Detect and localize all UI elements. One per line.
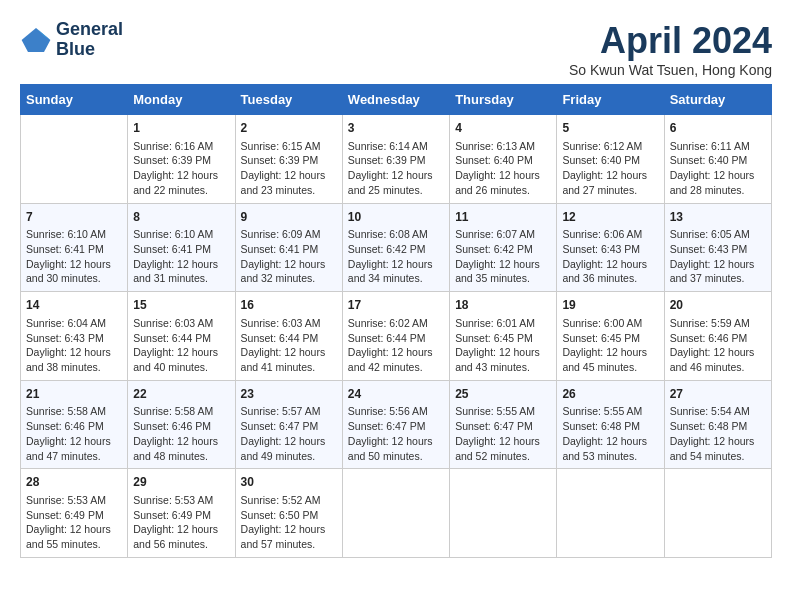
title-block: April 2024 So Kwun Wat Tsuen, Hong Kong (569, 20, 772, 78)
day-number: 29 (133, 474, 229, 491)
day-number: 11 (455, 209, 551, 226)
calendar-cell: 19Sunrise: 6:00 AM Sunset: 6:45 PM Dayli… (557, 292, 664, 381)
day-number: 8 (133, 209, 229, 226)
weekday-header-sunday: Sunday (21, 85, 128, 115)
day-info: Sunrise: 6:00 AM Sunset: 6:45 PM Dayligh… (562, 316, 658, 375)
day-info: Sunrise: 6:08 AM Sunset: 6:42 PM Dayligh… (348, 227, 444, 286)
calendar-cell (342, 469, 449, 558)
week-row-1: 1Sunrise: 6:16 AM Sunset: 6:39 PM Daylig… (21, 115, 772, 204)
day-number: 24 (348, 386, 444, 403)
day-number: 15 (133, 297, 229, 314)
day-number: 25 (455, 386, 551, 403)
day-number: 16 (241, 297, 337, 314)
weekday-header-wednesday: Wednesday (342, 85, 449, 115)
day-info: Sunrise: 6:07 AM Sunset: 6:42 PM Dayligh… (455, 227, 551, 286)
calendar-cell: 28Sunrise: 5:53 AM Sunset: 6:49 PM Dayli… (21, 469, 128, 558)
logo: General Blue (20, 20, 123, 60)
day-info: Sunrise: 5:56 AM Sunset: 6:47 PM Dayligh… (348, 404, 444, 463)
day-info: Sunrise: 6:01 AM Sunset: 6:45 PM Dayligh… (455, 316, 551, 375)
calendar-cell: 4Sunrise: 6:13 AM Sunset: 6:40 PM Daylig… (450, 115, 557, 204)
calendar-cell: 20Sunrise: 5:59 AM Sunset: 6:46 PM Dayli… (664, 292, 771, 381)
month-title: April 2024 (569, 20, 772, 62)
week-row-2: 7Sunrise: 6:10 AM Sunset: 6:41 PM Daylig… (21, 203, 772, 292)
day-info: Sunrise: 6:02 AM Sunset: 6:44 PM Dayligh… (348, 316, 444, 375)
day-number: 9 (241, 209, 337, 226)
calendar-cell: 22Sunrise: 5:58 AM Sunset: 6:46 PM Dayli… (128, 380, 235, 469)
calendar-cell (450, 469, 557, 558)
day-info: Sunrise: 6:06 AM Sunset: 6:43 PM Dayligh… (562, 227, 658, 286)
logo-text: General Blue (56, 20, 123, 60)
calendar-cell (557, 469, 664, 558)
day-info: Sunrise: 5:55 AM Sunset: 6:48 PM Dayligh… (562, 404, 658, 463)
day-info: Sunrise: 6:04 AM Sunset: 6:43 PM Dayligh… (26, 316, 122, 375)
day-info: Sunrise: 6:11 AM Sunset: 6:40 PM Dayligh… (670, 139, 766, 198)
calendar-cell: 8Sunrise: 6:10 AM Sunset: 6:41 PM Daylig… (128, 203, 235, 292)
day-number: 10 (348, 209, 444, 226)
weekday-header-thursday: Thursday (450, 85, 557, 115)
day-info: Sunrise: 5:59 AM Sunset: 6:46 PM Dayligh… (670, 316, 766, 375)
location-subtitle: So Kwun Wat Tsuen, Hong Kong (569, 62, 772, 78)
day-number: 2 (241, 120, 337, 137)
day-number: 14 (26, 297, 122, 314)
day-info: Sunrise: 6:10 AM Sunset: 6:41 PM Dayligh… (133, 227, 229, 286)
week-row-5: 28Sunrise: 5:53 AM Sunset: 6:49 PM Dayli… (21, 469, 772, 558)
calendar-cell: 21Sunrise: 5:58 AM Sunset: 6:46 PM Dayli… (21, 380, 128, 469)
weekday-header-friday: Friday (557, 85, 664, 115)
calendar-cell: 3Sunrise: 6:14 AM Sunset: 6:39 PM Daylig… (342, 115, 449, 204)
calendar-cell: 24Sunrise: 5:56 AM Sunset: 6:47 PM Dayli… (342, 380, 449, 469)
calendar-cell: 1Sunrise: 6:16 AM Sunset: 6:39 PM Daylig… (128, 115, 235, 204)
day-number: 17 (348, 297, 444, 314)
calendar-cell: 14Sunrise: 6:04 AM Sunset: 6:43 PM Dayli… (21, 292, 128, 381)
day-info: Sunrise: 5:53 AM Sunset: 6:49 PM Dayligh… (26, 493, 122, 552)
day-info: Sunrise: 5:53 AM Sunset: 6:49 PM Dayligh… (133, 493, 229, 552)
calendar-cell: 12Sunrise: 6:06 AM Sunset: 6:43 PM Dayli… (557, 203, 664, 292)
day-number: 22 (133, 386, 229, 403)
day-info: Sunrise: 6:13 AM Sunset: 6:40 PM Dayligh… (455, 139, 551, 198)
page-header: General Blue April 2024 So Kwun Wat Tsue… (20, 20, 772, 78)
day-info: Sunrise: 5:57 AM Sunset: 6:47 PM Dayligh… (241, 404, 337, 463)
weekday-header-saturday: Saturday (664, 85, 771, 115)
day-number: 26 (562, 386, 658, 403)
calendar-cell: 9Sunrise: 6:09 AM Sunset: 6:41 PM Daylig… (235, 203, 342, 292)
calendar-cell (21, 115, 128, 204)
calendar-cell: 13Sunrise: 6:05 AM Sunset: 6:43 PM Dayli… (664, 203, 771, 292)
day-number: 18 (455, 297, 551, 314)
day-number: 13 (670, 209, 766, 226)
week-row-3: 14Sunrise: 6:04 AM Sunset: 6:43 PM Dayli… (21, 292, 772, 381)
day-info: Sunrise: 5:58 AM Sunset: 6:46 PM Dayligh… (133, 404, 229, 463)
calendar-cell: 17Sunrise: 6:02 AM Sunset: 6:44 PM Dayli… (342, 292, 449, 381)
weekday-header-row: SundayMondayTuesdayWednesdayThursdayFrid… (21, 85, 772, 115)
weekday-header-monday: Monday (128, 85, 235, 115)
calendar-cell: 5Sunrise: 6:12 AM Sunset: 6:40 PM Daylig… (557, 115, 664, 204)
logo-icon (20, 24, 52, 56)
week-row-4: 21Sunrise: 5:58 AM Sunset: 6:46 PM Dayli… (21, 380, 772, 469)
day-info: Sunrise: 6:16 AM Sunset: 6:39 PM Dayligh… (133, 139, 229, 198)
day-number: 27 (670, 386, 766, 403)
day-number: 28 (26, 474, 122, 491)
day-info: Sunrise: 6:14 AM Sunset: 6:39 PM Dayligh… (348, 139, 444, 198)
day-info: Sunrise: 6:15 AM Sunset: 6:39 PM Dayligh… (241, 139, 337, 198)
calendar-cell: 25Sunrise: 5:55 AM Sunset: 6:47 PM Dayli… (450, 380, 557, 469)
calendar-cell: 16Sunrise: 6:03 AM Sunset: 6:44 PM Dayli… (235, 292, 342, 381)
calendar-cell: 18Sunrise: 6:01 AM Sunset: 6:45 PM Dayli… (450, 292, 557, 381)
calendar-table: SundayMondayTuesdayWednesdayThursdayFrid… (20, 84, 772, 558)
calendar-cell: 6Sunrise: 6:11 AM Sunset: 6:40 PM Daylig… (664, 115, 771, 204)
calendar-cell: 7Sunrise: 6:10 AM Sunset: 6:41 PM Daylig… (21, 203, 128, 292)
day-number: 12 (562, 209, 658, 226)
calendar-cell: 10Sunrise: 6:08 AM Sunset: 6:42 PM Dayli… (342, 203, 449, 292)
day-number: 5 (562, 120, 658, 137)
calendar-cell (664, 469, 771, 558)
calendar-cell: 29Sunrise: 5:53 AM Sunset: 6:49 PM Dayli… (128, 469, 235, 558)
day-info: Sunrise: 6:10 AM Sunset: 6:41 PM Dayligh… (26, 227, 122, 286)
calendar-cell: 27Sunrise: 5:54 AM Sunset: 6:48 PM Dayli… (664, 380, 771, 469)
day-number: 7 (26, 209, 122, 226)
day-info: Sunrise: 6:03 AM Sunset: 6:44 PM Dayligh… (133, 316, 229, 375)
day-info: Sunrise: 6:12 AM Sunset: 6:40 PM Dayligh… (562, 139, 658, 198)
day-info: Sunrise: 6:03 AM Sunset: 6:44 PM Dayligh… (241, 316, 337, 375)
day-number: 6 (670, 120, 766, 137)
day-number: 30 (241, 474, 337, 491)
calendar-cell: 30Sunrise: 5:52 AM Sunset: 6:50 PM Dayli… (235, 469, 342, 558)
day-info: Sunrise: 6:05 AM Sunset: 6:43 PM Dayligh… (670, 227, 766, 286)
day-number: 20 (670, 297, 766, 314)
day-number: 1 (133, 120, 229, 137)
